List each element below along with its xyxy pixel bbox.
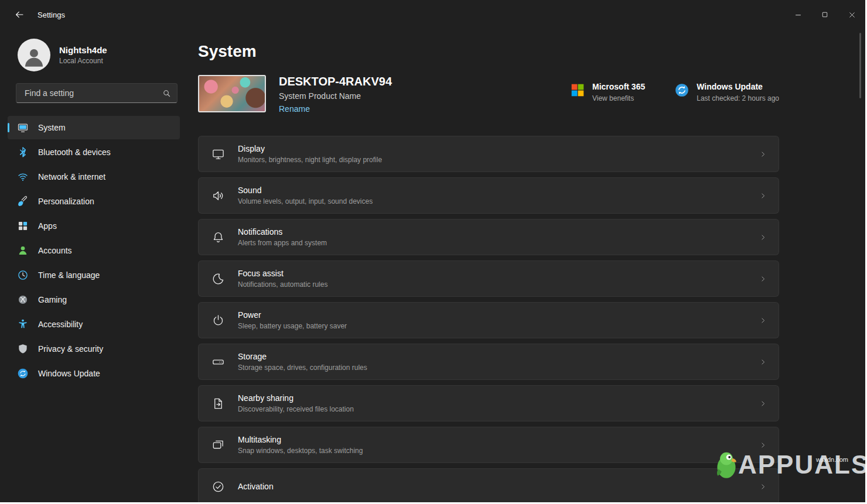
minimize-button[interactable] (784, 0, 811, 29)
focus-assist-icon (211, 272, 225, 286)
titlebar: Settings (0, 0, 865, 29)
settings-row-activation[interactable]: Activation (198, 468, 779, 502)
sidebar-item-gaming[interactable]: Gaming (8, 288, 180, 311)
search-icon[interactable] (162, 89, 171, 98)
sidebar-item-network-internet[interactable]: Network & internet (8, 165, 180, 188)
selected-accent-bar (8, 123, 9, 132)
sidebar-item-time-language[interactable]: Time & language (8, 263, 180, 287)
row-title: Multitasking (238, 435, 363, 444)
row-title: Power (238, 310, 347, 320)
microsoft-365-icon (570, 83, 585, 98)
chevron-right-icon (759, 400, 767, 407)
row-title: Focus assist (238, 269, 327, 278)
microsoft-365-block: Microsoft 365 View benefits (570, 82, 645, 102)
windows-update-icon (17, 368, 29, 379)
chevron-right-icon (759, 150, 767, 158)
settings-row-power[interactable]: Power Sleep, battery usage, battery save… (198, 302, 779, 338)
avatar (18, 39, 50, 71)
power-icon (211, 314, 225, 327)
sidebar-item-windows-update[interactable]: Windows Update (8, 362, 180, 385)
rename-link[interactable]: Rename (279, 104, 310, 114)
person-icon (23, 46, 45, 68)
maximize-icon (821, 11, 828, 18)
header-right: Microsoft 365 View benefits Windows Upda… (570, 82, 779, 102)
row-text: Activation (238, 482, 274, 491)
back-arrow-icon (15, 10, 24, 19)
time-language-icon (17, 269, 29, 281)
settings-row-sound[interactable]: Sound Volume levels, output, input, soun… (198, 177, 779, 214)
device-header: DESKTOP-4RAKV94 System Product Name Rena… (198, 75, 779, 114)
notifications-icon (211, 231, 225, 244)
settings-row-storage[interactable]: Storage Storage space, drives, configura… (198, 344, 779, 380)
device-name: DESKTOP-4RAKV94 (279, 75, 392, 88)
chevron-right-icon (759, 441, 767, 449)
row-title: Notifications (238, 227, 327, 236)
settings-row-notifications[interactable]: Notifications Alerts from apps and syste… (198, 219, 779, 255)
row-subtitle: Sleep, battery usage, battery saver (238, 322, 347, 330)
settings-row-multitasking[interactable]: Multitasking Snap windows, desktops, tas… (198, 427, 779, 463)
sound-icon (211, 189, 225, 203)
device-product-name: System Product Name (279, 91, 392, 101)
settings-rows: Display Monitors, brightness, night ligh… (198, 136, 779, 502)
window-controls (784, 0, 865, 29)
row-text: Display Monitors, brightness, night ligh… (238, 144, 382, 164)
row-text: Power Sleep, battery usage, battery save… (238, 310, 347, 330)
apps-icon (17, 220, 29, 232)
view-benefits-link[interactable]: View benefits (592, 94, 645, 102)
back-button[interactable] (9, 6, 29, 23)
row-text: Notifications Alerts from apps and syste… (238, 227, 327, 247)
settings-row-focus-assist[interactable]: Focus assist Notifications, automatic ru… (198, 260, 779, 297)
user-account-button[interactable]: Nightsh4de Local Account (0, 32, 187, 80)
windows-update-text: Windows Update Last checked: 2 hours ago (697, 82, 779, 102)
user-name: Nightsh4de (59, 45, 107, 55)
close-button[interactable] (838, 0, 865, 29)
privacy-security-icon (17, 343, 29, 355)
row-subtitle: Volume levels, output, input, sound devi… (238, 197, 373, 205)
sidebar-item-personalization[interactable]: Personalization (8, 190, 180, 213)
multitasking-icon (211, 438, 225, 452)
chevron-right-icon (759, 358, 767, 366)
row-text: Sound Volume levels, output, input, soun… (238, 186, 373, 205)
minimize-icon (794, 11, 802, 19)
sidebar-item-accessibility[interactable]: Accessibility (8, 313, 180, 336)
nearby-sharing-icon (211, 397, 225, 410)
row-title: Display (238, 144, 382, 153)
chevron-right-icon (759, 317, 767, 324)
windows-update-status-icon (674, 83, 689, 98)
maximize-button[interactable] (811, 0, 838, 29)
row-subtitle: Alerts from apps and system (238, 239, 327, 247)
user-account-type: Local Account (59, 57, 107, 65)
sidebar: Nightsh4de Local Account System (0, 29, 187, 502)
windows-update-block[interactable]: Windows Update Last checked: 2 hours ago (674, 82, 779, 102)
row-subtitle: Storage space, drives, configuration rul… (238, 364, 367, 372)
page-title: System (198, 42, 779, 61)
main-content: System DESKTOP-4RAKV94 System Product Na… (187, 29, 865, 502)
windows-update-title: Windows Update (697, 82, 779, 91)
sidebar-item-bluetooth-devices[interactable]: Bluetooth & devices (8, 140, 180, 164)
row-text: Multitasking Snap windows, desktops, tas… (238, 435, 363, 455)
row-subtitle: Discoverability, received files location (238, 405, 354, 413)
activation-icon (211, 480, 225, 493)
row-subtitle: Monitors, brightness, night light, displ… (238, 156, 382, 164)
close-icon (848, 11, 856, 19)
microsoft-365-title: Microsoft 365 (592, 82, 645, 91)
system-icon (17, 122, 29, 133)
row-title: Sound (238, 186, 373, 195)
sidebar-item-privacy-security[interactable]: Privacy & security (8, 337, 180, 361)
scrollbar-thumb[interactable] (859, 33, 861, 98)
sidebar-item-accounts[interactable]: Accounts (8, 239, 180, 262)
display-icon (211, 148, 225, 161)
sidebar-item-system[interactable]: System (8, 116, 180, 139)
settings-row-nearby-sharing[interactable]: Nearby sharing Discoverability, received… (198, 385, 779, 421)
microsoft-365-text: Microsoft 365 View benefits (592, 82, 645, 102)
settings-window: Settings Nightsh4de Local Account (0, 0, 865, 502)
sidebar-nav: System Bluetooth & devices Network & int… (0, 110, 187, 385)
search-input[interactable] (23, 88, 162, 98)
chevron-right-icon (759, 192, 767, 200)
gaming-icon (17, 294, 29, 306)
device-info: DESKTOP-4RAKV94 System Product Name Rena… (279, 75, 392, 114)
settings-row-display[interactable]: Display Monitors, brightness, night ligh… (198, 136, 779, 172)
row-subtitle: Notifications, automatic rules (238, 280, 327, 289)
storage-icon (211, 355, 225, 369)
sidebar-item-apps[interactable]: Apps (8, 214, 180, 238)
